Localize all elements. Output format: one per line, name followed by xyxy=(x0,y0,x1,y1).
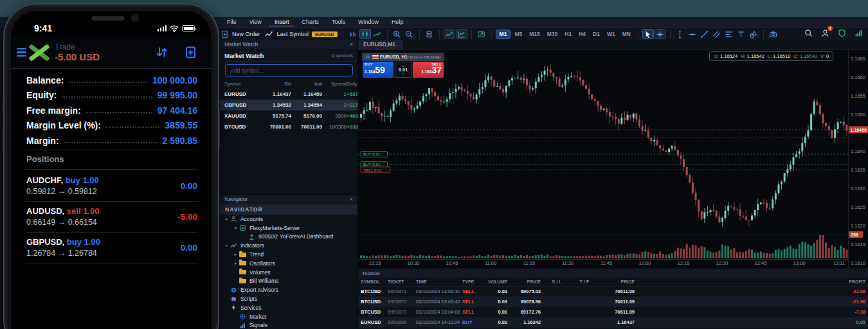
nav-item-900500-yoforexai-dashboard[interactable]: 900500: YoForexAI Dashboard xyxy=(220,233,357,242)
fibonacci-tool-icon[interactable] xyxy=(723,29,735,39)
nav-item-oscillators[interactable]: ▸Oscillators xyxy=(220,259,357,268)
column-symbol[interactable]: Symbol xyxy=(224,81,260,87)
time-axis-label[interactable]: 11:45 xyxy=(601,260,612,266)
time-axis-label[interactable]: 12:30 xyxy=(716,260,728,266)
nav-item-scripts[interactable]: Scripts xyxy=(220,294,357,303)
menu-icon[interactable] xyxy=(17,48,26,57)
toolbox-titlebar[interactable]: Toolbox xyxy=(358,269,868,278)
toolbox-column-price[interactable]: PRICE xyxy=(599,280,637,284)
new-document-icon[interactable] xyxy=(184,46,197,59)
timeframe-d1[interactable]: D1 xyxy=(590,30,603,39)
lot-size-stepper[interactable]: ▲ 0.01 ▼ xyxy=(395,62,411,78)
time-axis-label[interactable]: 12:45 xyxy=(755,260,767,266)
buy-button[interactable]: BUY 1.164 59 xyxy=(363,62,393,78)
nav-item-accounts[interactable]: ▸Accounts xyxy=(220,215,357,224)
toolbox-column-profit[interactable]: PROFIT xyxy=(637,280,868,284)
tile-windows-icon[interactable] xyxy=(424,29,435,39)
trade-row-6953896[interactable]: EURUSD695389603/10/2024 14:11:04BUY0.011… xyxy=(358,317,868,328)
position-gbpusd[interactable]: GBPUSD, buy 1.001.26784 → 1.267840.00 xyxy=(26,233,197,263)
trade-row-6953873[interactable]: BTCUSD695387303/10/2024 13:04:08SELL0.01… xyxy=(358,307,868,317)
line-chart-type-icon[interactable] xyxy=(372,29,383,39)
tree-expanded-icon[interactable]: ▾ xyxy=(233,226,239,231)
nav-item-signals[interactable]: Signals xyxy=(220,321,357,329)
indicators-icon[interactable] xyxy=(444,29,455,39)
tree-collapsed-icon[interactable]: ▸ xyxy=(224,243,230,248)
position-audusd[interactable]: AUDUSD, sell 1.000.66149 → 0.66154-5.00 xyxy=(26,202,197,233)
toolbox-column-volume[interactable]: VOLUME xyxy=(482,280,510,284)
profile-icon[interactable]: 1 xyxy=(819,28,831,38)
trade-row-6953871[interactable]: BTCUSD695387103/10/2024 13:03:30SELL0.03… xyxy=(358,287,868,297)
timeframe-w1[interactable]: W1 xyxy=(604,30,619,39)
column-daily[interactable]: Daily xyxy=(347,81,357,87)
time-axis-label[interactable]: 12:00 xyxy=(639,260,651,266)
last-symbol-icon[interactable] xyxy=(264,29,275,39)
nav-item-indicators[interactable]: ▸Indicators xyxy=(220,241,357,250)
market-watch-titlebar[interactable]: Market Watch × xyxy=(220,40,357,49)
navigator-titlebar[interactable]: Navigator × xyxy=(220,195,357,204)
bar-chart-type-icon[interactable] xyxy=(347,29,359,39)
zoom-out-icon[interactable] xyxy=(404,29,415,39)
nav-item-volumes[interactable]: Volumes xyxy=(220,268,357,277)
sort-transfer-icon[interactable] xyxy=(155,46,168,59)
nav-item-trend[interactable]: ▸Trend xyxy=(220,250,357,259)
close-icon[interactable]: × xyxy=(350,196,353,202)
tree-collapsed-icon[interactable]: ▸ xyxy=(233,252,239,257)
timeframe-m30[interactable]: M30 xyxy=(544,30,561,39)
new-order-button[interactable]: New Order xyxy=(232,31,260,37)
position-audchf[interactable]: AUDCHF, buy 1.000.59812 → 0.598120.00 xyxy=(26,171,197,202)
timeframe-m15[interactable]: M15 xyxy=(526,30,543,39)
new-order-icon[interactable] xyxy=(219,29,230,39)
last-symbol-button[interactable]: Last Symbol xyxy=(277,31,309,37)
time-axis-label[interactable]: 11:00 xyxy=(485,260,496,266)
tree-collapsed-icon[interactable]: ▸ xyxy=(224,217,230,222)
column-spread[interactable]: Spread xyxy=(322,81,347,87)
zoom-in-icon[interactable] xyxy=(392,29,403,39)
cursor-tool-icon[interactable] xyxy=(642,29,654,39)
toolbox-column-t-p[interactable]: T / P xyxy=(570,280,599,284)
time-axis-label[interactable]: 11:30 xyxy=(562,260,574,266)
toolbox-column-s-l[interactable]: S / L xyxy=(543,280,570,284)
sell-button[interactable]: SELL 1.164 37 xyxy=(413,62,444,78)
channel-tool-icon[interactable] xyxy=(711,29,723,39)
menu-help[interactable]: Help xyxy=(386,18,410,26)
last-symbol-badge[interactable]: EURUSD xyxy=(312,31,338,37)
trendline-tool-icon[interactable] xyxy=(699,29,710,39)
timeframe-m5[interactable]: M5 xyxy=(511,30,525,39)
screenshot-icon[interactable] xyxy=(768,29,779,39)
time-axis-label[interactable]: 11:15 xyxy=(523,260,535,266)
market-watch-row-xauusd[interactable]: XAUUSD5175.745176.093500+46829276.02% xyxy=(220,111,357,121)
chart-tab-eurusd-m1[interactable]: EURUSD,M1 xyxy=(358,40,403,49)
timeframe-m1[interactable]: M1 xyxy=(496,30,511,39)
time-axis-label[interactable]: 10:30 xyxy=(408,260,420,266)
add-symbol-input[interactable] xyxy=(225,64,353,76)
time-axis-label[interactable]: 13:11 xyxy=(833,260,845,266)
tree-collapsed-icon[interactable]: ▸ xyxy=(233,261,239,266)
market-watch-row-eurusd[interactable]: EURUSD1.164371.164592+537.29% xyxy=(220,89,357,100)
candlestick-chart-type-icon[interactable] xyxy=(359,29,371,39)
timeframe-h1[interactable]: H1 xyxy=(561,30,575,39)
toolbox-column-price[interactable]: PRICE xyxy=(510,280,543,284)
toolbox-column-type[interactable]: TYPE xyxy=(460,280,482,284)
shapes-tool-icon[interactable] xyxy=(748,29,759,39)
lot-decrease-icon[interactable]: ▼ xyxy=(402,73,404,75)
column-bid[interactable]: Bid xyxy=(260,81,291,87)
nav-item-services[interactable]: Services xyxy=(220,303,357,312)
nav-item-expert-advisors[interactable]: Expert Advisors xyxy=(220,285,357,294)
toolbox-column-symbol[interactable]: SYMBOL xyxy=(358,280,385,284)
market-watch-row-gbpusd[interactable]: GBPUSD1.345321.345542+2174.84% xyxy=(220,100,357,111)
menu-charts[interactable]: Charts xyxy=(296,18,325,26)
market-watch-row-btcusd[interactable]: BTCUSD70601.0670611.09100300+638913619.9… xyxy=(220,121,357,132)
menu-tools[interactable]: Tools xyxy=(326,18,351,26)
column-ask[interactable]: Ask xyxy=(291,81,322,87)
timeframe-mn[interactable]: MN xyxy=(619,30,634,39)
crosshair-tool-icon[interactable] xyxy=(655,29,666,39)
search-icon[interactable] xyxy=(802,28,814,38)
time-axis-label[interactable]: 10:45 xyxy=(446,260,458,266)
time-axis-label[interactable]: 12:15 xyxy=(678,260,690,266)
nav-item-flexymarkets-server[interactable]: ▾FlexyMarkets-Server xyxy=(220,224,357,233)
maximize-chart-icon[interactable] xyxy=(476,29,487,39)
time-axis-label[interactable]: 13:00 xyxy=(793,260,806,266)
time-axis-label[interactable]: 10:15 xyxy=(369,260,381,266)
indicator-window-icon[interactable] xyxy=(456,29,467,39)
horizontal-line-tool-icon[interactable] xyxy=(687,29,698,39)
